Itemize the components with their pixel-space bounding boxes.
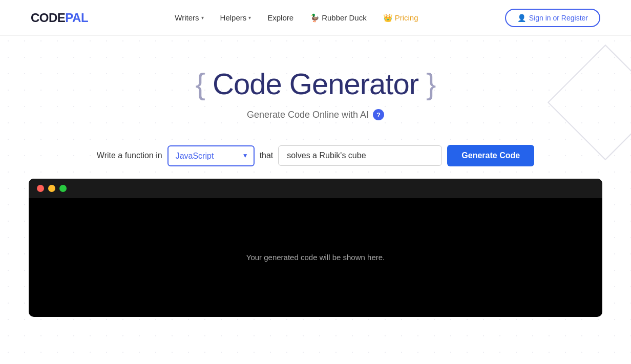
generate-button[interactable]: Generate Code [447, 145, 534, 166]
chevron-down-icon: ▾ [201, 15, 204, 20]
nav-explore[interactable]: Explore [267, 13, 293, 22]
nav-helpers[interactable]: Helpers ▾ [220, 13, 251, 22]
sign-in-button[interactable]: 👤 Sign in or Register [505, 9, 600, 27]
language-select-wrapper: JavaScript Python Java C++ TypeScript Ru… [167, 145, 255, 166]
nav-writers[interactable]: Writers ▾ [175, 13, 203, 22]
write-label: Write a function in [97, 151, 162, 160]
nav-rubber-duck[interactable]: 🦆 Rubber Duck [310, 13, 367, 23]
terminal-maximize-button[interactable] [59, 185, 67, 192]
logo-code: CODE [31, 11, 65, 25]
terminal-placeholder: Your generated code will be shown here. [246, 253, 385, 262]
chevron-down-icon: ▾ [248, 15, 251, 20]
that-label: that [260, 151, 274, 160]
brace-open: { [196, 67, 205, 100]
navigation: CODEPAL Writers ▾ Helpers ▾ Explore 🦆 Ru… [0, 0, 631, 36]
brace-close: } [426, 67, 435, 100]
generator-row: Write a function in JavaScript Python Ja… [97, 145, 534, 166]
subtitle: Generate Code Online with AI ? [247, 109, 384, 120]
terminal-body: Your generated code will be shown here. [29, 198, 602, 316]
page-title: { Code Generator } [196, 67, 436, 101]
crown-emoji: 👑 [383, 13, 393, 23]
function-input[interactable] [278, 145, 442, 166]
terminal-titlebar [29, 179, 602, 198]
language-select[interactable]: JavaScript Python Java C++ TypeScript Ru… [167, 145, 255, 166]
user-icon: 👤 [517, 14, 526, 22]
main-content: { Code Generator } Generate Code Online … [0, 36, 631, 317]
terminal-close-button[interactable] [37, 185, 44, 192]
nav-links: Writers ▾ Helpers ▾ Explore 🦆 Rubber Duc… [175, 13, 418, 23]
nav-pricing[interactable]: 👑 Pricing [383, 13, 418, 23]
terminal-minimize-button[interactable] [48, 185, 55, 192]
code-terminal: Your generated code will be shown here. [29, 179, 602, 317]
duck-emoji: 🦆 [310, 13, 320, 23]
help-icon[interactable]: ? [373, 109, 384, 120]
nav-right: 👤 Sign in or Register [505, 9, 600, 27]
logo[interactable]: CODEPAL [31, 11, 88, 25]
logo-pal: PAL [65, 11, 88, 25]
title-main: Code Generator [205, 67, 426, 100]
